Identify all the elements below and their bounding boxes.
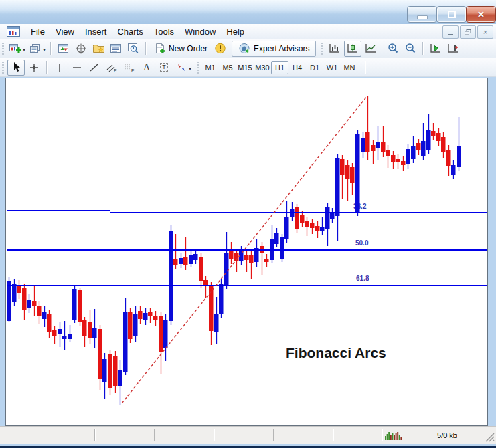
new-order-label: New Order [169, 44, 208, 53]
expert-advisors-button[interactable]: Expert Advisors [232, 41, 316, 57]
fib-level-label: 38.2 [353, 203, 367, 210]
line-chart-button[interactable] [363, 41, 379, 56]
text-icon: A [143, 62, 150, 73]
candlestick-chart-icon [346, 43, 359, 54]
terminal-button[interactable] [108, 41, 124, 56]
strategy-tester-button[interactable] [125, 41, 141, 56]
candle-body [148, 312, 153, 316]
arrows-button[interactable] [173, 60, 189, 75]
menu-file[interactable]: File [25, 25, 50, 38]
menu-window[interactable]: Window [179, 25, 221, 38]
fibonacci-retracement-button[interactable]: F [121, 60, 137, 75]
resize-grip-icon[interactable] [484, 431, 495, 442]
timeframe-m30[interactable]: M30 [254, 61, 271, 74]
minimize-icon [417, 15, 428, 19]
chart-shift-button[interactable] [445, 41, 461, 56]
chart-shift-icon [446, 43, 460, 54]
toolbar-grip[interactable] [2, 62, 4, 74]
chart-area[interactable]: 38.250.061.8 Fibonacci Arcs [5, 78, 488, 426]
candle-body [92, 328, 97, 338]
text-tool-button[interactable]: A [139, 60, 155, 75]
new-order-icon [154, 43, 166, 54]
trendline-button[interactable] [86, 60, 102, 75]
toolbar-separator [145, 42, 147, 55]
minimize-button[interactable] [407, 6, 437, 23]
candlestick-chart[interactable]: 38.250.061.8 [6, 78, 487, 425]
toolbar-grip[interactable] [197, 62, 199, 74]
child-close-button[interactable]: × [477, 25, 493, 39]
timeframe-d1[interactable]: D1 [306, 61, 323, 74]
candle-body [274, 233, 279, 244]
horizontal-line-button[interactable] [69, 60, 85, 75]
timeframe-h4[interactable]: H4 [288, 61, 306, 74]
candle-body [421, 141, 426, 156]
text-label-button[interactable]: T [156, 60, 172, 75]
profiles-dropdown[interactable]: ▾ [43, 47, 46, 53]
profiles-button[interactable] [27, 41, 44, 56]
candle-body [32, 301, 37, 306]
alert-icon [214, 43, 226, 54]
menu-insert[interactable]: Insert [80, 25, 112, 38]
equidistant-channel-button[interactable]: E [104, 60, 120, 75]
crosshair-button[interactable] [26, 60, 42, 75]
horizontal-line-icon [72, 62, 82, 73]
timeframe-h1[interactable]: H1 [271, 61, 288, 74]
market-watch-button[interactable] [56, 41, 72, 56]
chart-window-icon[interactable] [7, 26, 20, 37]
child-restore-button[interactable] [460, 25, 476, 39]
vertical-line-button[interactable] [52, 60, 68, 75]
candle-body [219, 284, 224, 314]
svg-text:F: F [131, 68, 134, 73]
maximize-button[interactable] [436, 6, 467, 23]
candle-body [365, 132, 370, 152]
candle-body [7, 281, 11, 321]
new-order-button[interactable]: New Order [150, 41, 212, 56]
menu-view[interactable]: View [50, 25, 80, 38]
candle-body [315, 226, 320, 231]
auto-scroll-icon [429, 43, 442, 54]
navigator-icon [75, 43, 87, 54]
strategy-tester-icon [127, 43, 140, 54]
status-bar: 5/0 kb [0, 426, 496, 444]
connection-status: 5/0 kb [422, 431, 473, 439]
timeframe-mn[interactable]: MN [341, 61, 358, 74]
timeframe-w1[interactable]: W1 [323, 61, 341, 74]
new-chart-dropdown[interactable]: ▾ [23, 47, 25, 53]
candle-body [98, 329, 102, 379]
navigator-button[interactable] [73, 41, 89, 56]
candle-body [159, 316, 163, 352]
cursor-icon [11, 62, 21, 73]
zoom-in-button[interactable] [385, 41, 401, 56]
candle-body [401, 161, 406, 165]
candlestick-chart-button[interactable] [344, 41, 361, 57]
candle-body [52, 330, 57, 336]
toolbar-grip[interactable] [321, 43, 323, 55]
chart-annotation[interactable]: Fibonacci Arcs [286, 345, 386, 361]
cursor-button[interactable] [7, 60, 25, 76]
candle-body [249, 255, 254, 263]
timeframe-m1[interactable]: M1 [201, 61, 219, 74]
candle-body [371, 145, 376, 151]
menu-help[interactable]: Help [221, 25, 250, 38]
child-minimize-button[interactable] [442, 25, 459, 39]
zoom-out-button[interactable] [402, 41, 418, 56]
data-folder-button[interactable] [90, 41, 106, 56]
arrows-dropdown[interactable]: ▾ [189, 66, 191, 72]
candle-body [169, 231, 173, 321]
candle-body [62, 336, 67, 339]
alert-button[interactable] [212, 41, 228, 56]
auto-scroll-button[interactable] [428, 41, 444, 56]
menu-charts[interactable]: Charts [112, 25, 148, 38]
menu-tools[interactable]: Tools [149, 25, 179, 38]
new-chart-button[interactable] [7, 41, 23, 56]
toolbar-grip[interactable] [2, 43, 4, 55]
candle-body [264, 259, 269, 262]
market-watch-icon [58, 43, 70, 54]
timeframe-m15[interactable]: M15 [236, 61, 254, 74]
bar-chart-button[interactable] [327, 41, 343, 56]
candle-body [183, 257, 188, 265]
toolbar-separator [365, 61, 366, 74]
timeframe-m5[interactable]: M5 [219, 61, 236, 74]
candle-body [396, 159, 400, 162]
close-button[interactable]: × [466, 6, 496, 23]
